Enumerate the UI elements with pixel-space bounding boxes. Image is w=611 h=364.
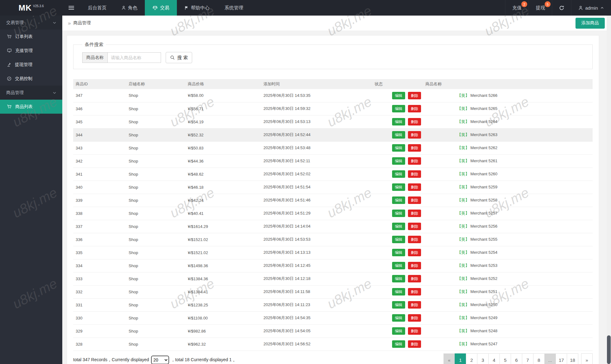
edit-button[interactable]: 编辑 — [392, 236, 405, 243]
pagination-page-8[interactable]: 8 — [533, 353, 545, 364]
nav-item-trade[interactable]: 交易 — [145, 0, 177, 16]
edit-button[interactable]: 编辑 — [392, 340, 405, 348]
cell-created-time: 2025年06月30日 14:51:29 — [261, 207, 372, 220]
edit-button[interactable]: 编辑 — [392, 327, 405, 335]
edit-button[interactable]: 编辑 — [392, 118, 405, 125]
cell-shop-name: Shop — [126, 181, 185, 194]
nav-item-system[interactable]: 系统管理 — [217, 0, 251, 16]
scales-icon — [152, 5, 158, 10]
delete-button[interactable]: 删除 — [408, 105, 421, 112]
delete-button[interactable]: 删除 — [408, 327, 421, 335]
edit-button[interactable]: 编辑 — [392, 223, 405, 230]
delete-button[interactable]: 删除 — [408, 170, 421, 178]
language-tag: 【英】 — [457, 132, 469, 137]
breadcrumb: » 商品管理 — [68, 20, 91, 26]
delete-button[interactable]: 删除 — [408, 157, 421, 165]
brand-name: MK — [19, 3, 32, 13]
edit-button[interactable]: 编辑 — [392, 314, 405, 322]
cell-shop-name: Shop — [126, 115, 185, 128]
edit-button[interactable]: 编辑 — [392, 196, 405, 204]
edit-button[interactable]: 编辑 — [392, 288, 405, 295]
cell-product-name: 【英】 Merchant 5261 — [423, 154, 593, 168]
edit-button[interactable]: 编辑 — [392, 275, 405, 282]
records-text-right: ，total 18 Currently displayed 1 。 — [171, 357, 237, 363]
sidebar-item-order-list[interactable]: 订单列表 — [0, 30, 62, 44]
table-row: 332Shop¥/$1384.412025年06月30日 14:11:58编辑删… — [73, 285, 593, 298]
page-size-select[interactable]: 20 — [151, 356, 169, 364]
delete-button[interactable]: 删除 — [408, 301, 421, 309]
scrollbar-thumb[interactable] — [607, 335, 611, 364]
edit-button[interactable]: 编辑 — [392, 301, 405, 309]
language-tag: 【英】 — [457, 93, 469, 98]
recharge-shortcut[interactable]: 充值2 — [505, 0, 528, 16]
edit-button[interactable]: 编辑 — [392, 210, 405, 217]
language-tag: 【英】 — [457, 315, 469, 320]
cell-shop-name: Shop — [126, 272, 185, 285]
pagination-ellipsis[interactable]: ... — [544, 353, 556, 364]
language-tag: 【英】 — [457, 185, 469, 189]
pagination-page-18[interactable]: 18 — [567, 353, 578, 364]
nav-item-help-center[interactable]: 帮助中心 — [177, 0, 217, 16]
pagination-page-4[interactable]: 4 — [488, 353, 500, 364]
delete-button[interactable]: 删除 — [408, 210, 421, 217]
delete-button[interactable]: 删除 — [408, 262, 421, 269]
withdraw-shortcut[interactable]: 提现5 — [528, 0, 552, 16]
pagination-page-2[interactable]: 2 — [466, 353, 477, 364]
pagination-next[interactable]: » — [581, 353, 593, 364]
delete-button[interactable]: 删除 — [408, 236, 421, 243]
delete-button[interactable]: 删除 — [408, 340, 421, 348]
sidebar-section-product-management[interactable]: 商品管理 — [0, 86, 62, 100]
pagination-page-1[interactable]: 1 — [455, 353, 466, 364]
pagination-page-3[interactable]: 3 — [477, 353, 489, 364]
edit-button[interactable]: 编辑 — [392, 131, 405, 139]
product-name-label: 商品名称 — [82, 52, 107, 63]
cell-product-name: 【英】 Merchant 5249 — [423, 311, 593, 324]
delete-button[interactable]: 删除 — [408, 118, 421, 125]
cell-created-time: 2025年06月30日 14:53:48 — [261, 141, 372, 154]
pagination-page-6[interactable]: 6 — [511, 353, 522, 364]
sidebar-toggle-button[interactable] — [62, 0, 80, 16]
sidebar-item-recharge-management[interactable]: 充值管理 — [0, 44, 62, 58]
product-name-input[interactable] — [107, 52, 161, 63]
cell-created-time: 2025年06月30日 14:51:46 — [261, 194, 372, 207]
sidebar-item-product-list[interactable]: 商品列表 — [0, 100, 62, 114]
nav-item-dashboard[interactable]: 后台首页 — [80, 0, 114, 16]
delete-button[interactable]: 删除 — [408, 275, 421, 282]
edit-button[interactable]: 编辑 — [392, 183, 405, 191]
delete-button[interactable]: 删除 — [408, 288, 421, 295]
edit-button[interactable]: 编辑 — [392, 262, 405, 269]
sidebar-section-trade-management[interactable]: 交易管理 — [0, 16, 62, 30]
gauge-icon — [7, 76, 12, 81]
pagination-page-17[interactable]: 17 — [556, 353, 567, 364]
cell-status-actions: 编辑删除 — [372, 141, 423, 154]
delete-button[interactable]: 删除 — [408, 183, 421, 191]
edit-button[interactable]: 编辑 — [392, 170, 405, 178]
pagination-page-7[interactable]: 7 — [522, 353, 533, 364]
cell-product-id: 328 — [73, 338, 126, 351]
pagination-page-5[interactable]: 5 — [500, 353, 511, 364]
sidebar-item-trade-control[interactable]: 交易控制 — [0, 72, 62, 86]
user-menu[interactable]: admin — [571, 0, 611, 16]
pagination-prev[interactable]: « — [443, 353, 455, 364]
search-button[interactable]: 搜 索 — [166, 52, 192, 63]
edit-button[interactable]: 编辑 — [392, 105, 405, 112]
table-row: 339Shop¥/$42.242025年06月30日 14:51:46编辑删除【… — [73, 194, 593, 207]
edit-button[interactable]: 编辑 — [392, 249, 405, 256]
sidebar-item-withdraw-management[interactable]: 提现管理 — [0, 58, 62, 72]
delete-button[interactable]: 删除 — [408, 223, 421, 230]
edit-button[interactable]: 编辑 — [392, 92, 405, 99]
edit-button[interactable]: 编辑 — [392, 144, 405, 152]
delete-button[interactable]: 删除 — [408, 92, 421, 99]
delete-button[interactable]: 删除 — [408, 196, 421, 204]
add-product-button[interactable]: 添加商品 — [575, 18, 605, 29]
delete-button[interactable]: 删除 — [408, 314, 421, 322]
sidebar-item-label: 商品列表 — [15, 104, 33, 110]
refresh-button[interactable] — [552, 0, 571, 16]
cell-product-price: ¥/$1238.25 — [185, 298, 261, 311]
delete-button[interactable]: 删除 — [408, 131, 421, 139]
vertical-scrollbar[interactable] — [607, 0, 611, 364]
delete-button[interactable]: 删除 — [408, 144, 421, 152]
edit-button[interactable]: 编辑 — [392, 157, 405, 165]
nav-item-roles[interactable]: 角色 — [114, 0, 145, 16]
delete-button[interactable]: 删除 — [408, 249, 421, 256]
